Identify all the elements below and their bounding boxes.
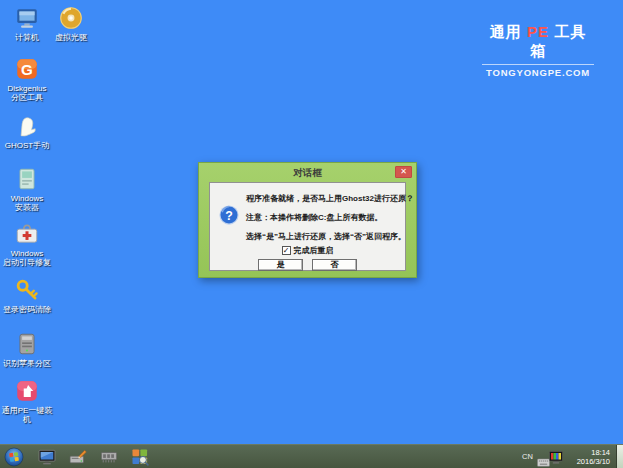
desktop-icon-pe-oneclick-install[interactable]: 通用PE一键装 机 <box>0 378 54 424</box>
dialog-message-line2: 注意：本操作将删除C:盘上所有数据。 <box>246 212 402 223</box>
dialog-body: ? 程序准备就绪，是否马上用Ghost32进行还原？ 注意：本操作将删除C:盘上… <box>209 182 406 271</box>
desktop-icon-apple-partition[interactable]: 识别苹果分区 <box>0 331 54 368</box>
desktop-icon-windows-installer[interactable]: Windows 安装器 <box>0 166 54 212</box>
taskbar: CN 18:14 2016/3/10 <box>0 444 623 468</box>
desktop-icon-label: 通用PE一键装 机 <box>2 406 53 424</box>
brand-title: 通用 PE 工具箱 <box>482 23 594 65</box>
quicklaunch-ghost-disk-icon[interactable] <box>68 447 88 467</box>
desktop-icon-ghost-manual[interactable]: GHOST手动 <box>0 113 54 150</box>
restart-checkbox[interactable]: ✓ <box>282 246 291 255</box>
desktop-icon-boot-repair[interactable]: Windows 启动引导修复 <box>0 221 54 267</box>
desktop-icon-label: Diskgenius 分区工具 <box>7 84 46 102</box>
dialog-message-line1: 程序准备就绪，是否马上用Ghost32进行还原？ <box>246 193 402 204</box>
diskgenius-icon: G <box>14 56 40 82</box>
desktop-icon-virtual-cd[interactable]: 虚拟光驱 <box>44 5 98 42</box>
clock-time: 18:14 <box>558 448 610 457</box>
toolbox-cross-icon <box>14 221 40 247</box>
input-language-indicator[interactable]: CN <box>522 452 533 461</box>
restart-checkbox-row: ✓ 完成后重启 <box>210 245 405 256</box>
no-button[interactable]: 否 <box>312 259 357 271</box>
hand-install-icon <box>14 378 40 404</box>
key-icon <box>14 277 40 303</box>
close-icon: ✕ <box>400 167 407 176</box>
cd-icon <box>58 5 84 31</box>
yes-button[interactable]: 是 <box>258 259 303 271</box>
desktop-icon-label: Windows 安装器 <box>11 194 43 212</box>
svg-text:G: G <box>21 61 33 78</box>
desktop-icon-label: 识别苹果分区 <box>3 359 51 368</box>
desktop-icon-label: Windows 启动引导修复 <box>3 249 51 267</box>
drive-icon <box>14 331 40 357</box>
dialog-title: 对话框 <box>199 163 416 182</box>
quicklaunch-ram-icon[interactable] <box>100 449 118 465</box>
clock[interactable]: 18:14 2016/3/10 <box>558 448 610 466</box>
desktop-icon-label: 计算机 <box>15 33 39 42</box>
restart-checkbox-label[interactable]: 完成后重启 <box>294 245 334 256</box>
computer-icon <box>14 5 40 31</box>
clock-date: 2016/3/10 <box>558 457 610 466</box>
desktop-icon-label: GHOST手动 <box>5 141 49 150</box>
ghost-restore-dialog: 对话框 ✕ ? 程序准备就绪，是否马上用Ghost32进行还原？ 注意：本操作将… <box>198 162 417 278</box>
quicklaunch-image-search-icon[interactable] <box>130 447 150 467</box>
desktop-icon-label: 虚拟光驱 <box>55 33 87 42</box>
show-desktop-button[interactable] <box>616 445 623 468</box>
desktop-icon-diskgenius[interactable]: G Diskgenius 分区工具 <box>0 56 54 102</box>
pe-desktop: { "desktop": { "background_color": "#3E8… <box>0 0 623 468</box>
svg-text:?: ? <box>225 209 233 223</box>
dialog-button-row: 是 否 <box>210 259 405 271</box>
brand-left: 通用 <box>490 23 522 40</box>
dialog-message-line3: 选择“是”马上进行还原，选择“否”返回程序。 <box>246 231 402 242</box>
brand-highlight: PE <box>527 23 549 40</box>
desktop-icon-label: 登录密码清除 <box>3 305 51 314</box>
desktop-icon-password-clear[interactable]: 登录密码清除 <box>0 277 54 314</box>
close-button[interactable]: ✕ <box>395 166 412 178</box>
quicklaunch-display-icon[interactable] <box>37 447 57 467</box>
start-button[interactable] <box>4 447 24 467</box>
ghost-icon <box>14 113 40 139</box>
brand-url: TONGYONGPE.COM <box>482 67 594 78</box>
check-icon: ✓ <box>283 246 290 255</box>
brand-logo: 通用 PE 工具箱 TONGYONGPE.COM <box>482 23 594 78</box>
question-icon: ? <box>218 204 240 226</box>
installer-box-icon <box>14 166 40 192</box>
